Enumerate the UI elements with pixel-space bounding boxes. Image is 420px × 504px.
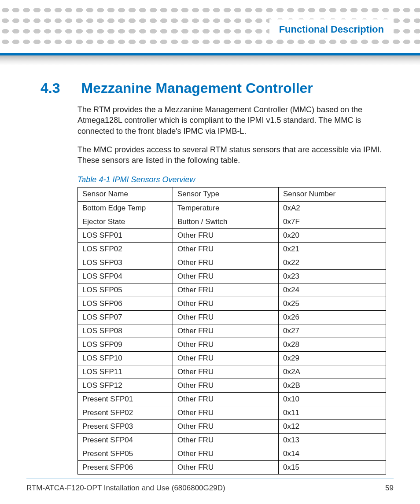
table-cell: 0x15 [279,461,386,475]
body-paragraph: The MMC provides access to several RTM s… [77,144,388,166]
footer-rule [26,478,394,478]
table-cell: 0x10 [279,393,386,406]
table-cell: Other FRU [173,352,279,365]
table-header-cell: Sensor Number [279,188,386,202]
table-cell: 0xA2 [279,201,386,215]
chapter-title: Functional Description [279,24,384,35]
table-cell: Other FRU [173,379,279,393]
footer-page-number: 59 [385,484,394,493]
table-cell: LOS SFP07 [78,311,173,324]
table-cell: Other FRU [173,393,279,406]
table-cell: Button / Switch [173,215,279,229]
decorative-dots [0,39,420,45]
footer-doc-title: RTM-ATCA-F120-OPT Installation and Use (… [26,484,225,493]
section-title: Mezzanine Management Controller [81,80,313,96]
table-cell: 0x28 [279,338,386,352]
header-gradient [0,55,420,65]
table-cell: Other FRU [173,243,279,256]
table-cell: LOS SFP06 [78,297,173,311]
table-row: Present SFP03Other FRU0x12 [78,420,386,434]
table-cell: 0x2B [279,379,386,393]
table-cell: Other FRU [173,447,279,461]
table-cell: Other FRU [173,324,279,338]
table-cell: LOS SFP04 [78,270,173,283]
table-row: Present SFP01Other FRU0x10 [78,393,386,406]
table-cell: LOS SFP11 [78,365,173,379]
table-cell: 0x13 [279,434,386,447]
table-cell: 0x24 [279,283,386,297]
table-cell: 0x2A [279,365,386,379]
table-cell: 0x27 [279,324,386,338]
table-row: Present SFP06Other FRU0x15 [78,461,386,475]
body-paragraph: The RTM provides the a Mezzanine Managem… [77,104,388,136]
table-cell: LOS SFP03 [78,256,173,270]
table-row: LOS SFP02Other FRU0x21 [78,243,386,256]
table-cell: Present SFP02 [78,406,173,420]
table-cell: LOS SFP09 [78,338,173,352]
header-blue-rule [0,53,420,55]
table-header-cell: Sensor Name [78,188,173,202]
table-cell: LOS SFP12 [78,379,173,393]
table-row: LOS SFP03Other FRU0x22 [78,256,386,270]
table-cell: 0x11 [279,406,386,420]
table-row: LOS SFP12Other FRU0x2B [78,379,386,393]
table-cell: 0x21 [279,243,386,256]
table-cell: 0x14 [279,447,386,461]
table-cell: Other FRU [173,406,279,420]
table-cell: 0x26 [279,311,386,324]
table-cell: Other FRU [173,461,279,475]
table-cell: Other FRU [173,311,279,324]
table-cell: Other FRU [173,283,279,297]
table-cell: 0x29 [279,352,386,365]
table-row: LOS SFP10Other FRU0x29 [78,352,386,365]
table-cell: Other FRU [173,270,279,283]
table-cell: LOS SFP01 [78,229,173,243]
table-cell: Other FRU [173,256,279,270]
table-cell: 0x23 [279,270,386,283]
table-row: Ejector StateButton / Switch0x7F [78,215,386,229]
table-row: Present SFP02Other FRU0x11 [78,406,386,420]
table-cell: 0x20 [279,229,386,243]
table-cell: 0x12 [279,420,386,434]
table-cell: Other FRU [173,229,279,243]
section-number: 4.3 [41,80,60,96]
decorative-dots [0,7,420,13]
table-row: LOS SFP09Other FRU0x28 [78,338,386,352]
table-cell: 0x25 [279,297,386,311]
table-cell: Other FRU [173,434,279,447]
table-cell: LOS SFP10 [78,352,173,365]
table-cell: 0x22 [279,256,386,270]
table-cell: Present SFP03 [78,420,173,434]
table-row: LOS SFP05Other FRU0x24 [78,283,386,297]
table-cell: Other FRU [173,365,279,379]
table-cell: Present SFP05 [78,447,173,461]
table-cell: Temperature [173,201,279,215]
table-row: Bottom Edge TempTemperature0xA2 [78,201,386,215]
table-cell: Bottom Edge Temp [78,201,173,215]
table-cell: Ejector State [78,215,173,229]
table-row: LOS SFP06Other FRU0x25 [78,297,386,311]
table-row: LOS SFP04Other FRU0x23 [78,270,386,283]
table-cell: Other FRU [173,338,279,352]
table-row: Present SFP04Other FRU0x13 [78,434,386,447]
table-cell: 0x7F [279,215,386,229]
ipmi-sensors-table: Sensor Name Sensor Type Sensor Number Bo… [77,187,386,475]
table-cell: LOS SFP02 [78,243,173,256]
table-cell: Present SFP04 [78,434,173,447]
table-row: LOS SFP07Other FRU0x26 [78,311,386,324]
table-caption: Table 4-1 IPMI Sensors Overview [77,175,388,184]
table-row: LOS SFP08Other FRU0x27 [78,324,386,338]
table-header-cell: Sensor Type [173,188,279,202]
table-cell: LOS SFP05 [78,283,173,297]
table-row: LOS SFP11Other FRU0x2A [78,365,386,379]
table-cell: Other FRU [173,420,279,434]
table-cell: Present SFP01 [78,393,173,406]
table-cell: LOS SFP08 [78,324,173,338]
table-cell: Other FRU [173,297,279,311]
table-cell: Present SFP06 [78,461,173,475]
table-row: Present SFP05Other FRU0x14 [78,447,386,461]
table-row: LOS SFP01Other FRU0x20 [78,229,386,243]
table-header-row: Sensor Name Sensor Type Sensor Number [78,188,386,202]
